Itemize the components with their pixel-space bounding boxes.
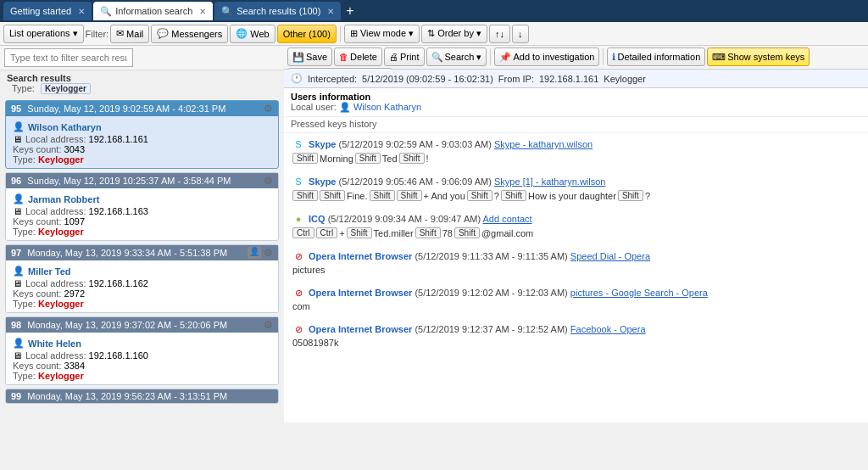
result-item-97[interactable]: 97 Monday, May 13, 2019 9:33:34 AM - 5:5… xyxy=(5,244,279,313)
tab-getting-started-close[interactable]: ✕ xyxy=(78,7,85,16)
view-mode-button[interactable]: ⊞ View mode ▾ xyxy=(344,25,420,43)
log-time-3: (5/12/2019 9:11:33 AM - 9:11:35 AM) xyxy=(415,251,570,261)
log-app-5: Opera Internet Browser xyxy=(309,324,412,334)
delete-button[interactable]: 🗑 Delete xyxy=(334,48,382,66)
result-num-98: 98 Monday, May 13, 2019 9:37:02 AM - 5:2… xyxy=(11,320,227,330)
tab-information-search-close[interactable]: ✕ xyxy=(199,7,206,16)
print-button[interactable]: 🖨 Print xyxy=(384,48,425,66)
log-title-2[interactable]: Add contact xyxy=(483,214,532,224)
log-app-0: Skype xyxy=(309,139,336,149)
key-shift-0b: Shift xyxy=(355,153,381,164)
mail-button[interactable]: ✉ Mail xyxy=(110,25,149,43)
log-title-1[interactable]: Skype [1] - katharyn.wilson xyxy=(494,176,605,187)
search-button[interactable]: 🔍 Search ▾ xyxy=(426,48,487,66)
tab-search-results-close[interactable]: ✕ xyxy=(327,7,334,16)
result-num-97: 97 Monday, May 13, 2019 9:33:34 AM - 5:5… xyxy=(11,248,227,258)
local-addr-row-95: 🖥 Local address: 192.168.1.161 xyxy=(13,134,271,144)
tab-search-results-label: Search results (100) xyxy=(236,6,320,16)
result-num-99: 99 Monday, May 13, 2019 9:56:23 AM - 3:1… xyxy=(11,391,227,401)
key-1g: Shift xyxy=(618,190,643,201)
content-area[interactable]: S Skype (5/12/2019 9:02:59 AM - 9:03:03 … xyxy=(284,133,868,422)
result-item-98[interactable]: 98 Monday, May 13, 2019 9:37:02 AM - 5:2… xyxy=(5,316,279,385)
toolbar-separator1 xyxy=(340,25,341,42)
messengers-icon: 💬 xyxy=(157,28,169,39)
tab-getting-started[interactable]: Getting started ✕ xyxy=(3,2,92,20)
list-operations-button[interactable]: List operations ▾ xyxy=(3,25,84,43)
show-system-keys-icon: ⌨ xyxy=(712,52,726,63)
key-1c: Shift xyxy=(370,190,395,201)
gear-icon-96[interactable]: ⚙ xyxy=(264,175,273,187)
monitor-icon-95: 🖥 xyxy=(13,134,22,144)
log-title-5[interactable]: Facebook - Opera xyxy=(570,324,646,334)
result-item-96[interactable]: 96 Sunday, May 12, 2019 10:25:37 AM - 3:… xyxy=(5,172,279,241)
result-name-95[interactable]: 👤 Wilson Katharyn xyxy=(13,121,271,132)
messengers-button[interactable]: 💬 Messengers xyxy=(151,25,228,43)
tab-information-search-icon: 🔍 xyxy=(100,6,112,17)
key-2b: Ctrl xyxy=(316,227,338,238)
sort-desc-icon: ↓ xyxy=(518,29,523,39)
tab-search-results[interactable]: 🔍 Search results (100) ✕ xyxy=(214,2,341,20)
log-title-3[interactable]: Speed Dial - Opera xyxy=(570,251,650,261)
right-toolbar: 💾 Save 🗑 Delete 🖨 Print 🔍 Search ▾ 📌 Add… xyxy=(284,46,868,70)
results-list[interactable]: 95 Sunday, May 12, 2019 9:02:59 AM - 4:0… xyxy=(0,97,284,422)
save-icon: 💾 xyxy=(292,52,304,63)
intercepted-label: Intercepted: xyxy=(308,74,357,84)
keys-count-97: Keys count: 2972 xyxy=(13,288,271,299)
log-entry-2: ● ICQ (5/12/2019 9:09:34 AM - 9:09:47 AM… xyxy=(292,213,860,238)
tab-search-results-icon: 🔍 xyxy=(221,6,233,17)
log-content-4: com xyxy=(292,301,860,311)
log-text-2a: + xyxy=(339,228,344,238)
opera-icon-5: ⊘ xyxy=(292,323,304,335)
gear-icon-97[interactable]: ⚙ xyxy=(264,247,273,259)
tab-information-search[interactable]: 🔍 Information search ✕ xyxy=(93,2,213,20)
local-user-link[interactable]: Wilson Katharyn xyxy=(353,102,421,112)
filter-input[interactable] xyxy=(4,48,133,67)
show-system-keys-label: Show system keys xyxy=(727,52,804,62)
other-button[interactable]: Other (100) xyxy=(277,25,337,43)
type-97: Type: Keylogger xyxy=(13,299,271,309)
log-time-1: (5/12/2019 9:05:46 AM - 9:06:09 AM) xyxy=(339,176,494,187)
log-app-1: Skype xyxy=(309,176,336,187)
log-header-4: ⊘ Opera Internet Browser (5/12/2019 9:12… xyxy=(292,287,860,299)
log-title-4[interactable]: pictures - Google Search - Opera xyxy=(570,288,708,298)
save-button[interactable]: 💾 Save xyxy=(287,48,332,66)
sort-desc-button[interactable]: ↓ xyxy=(512,25,529,43)
list-operations-label: List operations ▾ xyxy=(9,28,78,39)
log-header-3: ⊘ Opera Internet Browser (5/12/2019 9:11… xyxy=(292,250,860,262)
key-1d: Shift xyxy=(397,190,422,201)
log-text-5a: 05081987k xyxy=(292,338,338,348)
intercepted-time: 5/12/2019 (09:02:59 - 16:02:31) xyxy=(362,74,493,84)
sort-asc-button[interactable]: ↑↓ xyxy=(489,25,510,43)
result-name-97[interactable]: 👤 Miller Ted xyxy=(13,266,271,277)
show-system-keys-button[interactable]: ⌨ Show system keys xyxy=(707,48,810,66)
log-text-2c: 78 xyxy=(442,228,453,238)
log-text-1d: How is your daughter xyxy=(528,191,616,201)
gear-icon-98[interactable]: ⚙ xyxy=(264,319,273,331)
order-by-button[interactable]: ⇅ Order by ▾ xyxy=(421,25,487,43)
result-name-96[interactable]: 👤 Jarman Robbert xyxy=(13,193,271,204)
left-panel: Search results Type: Keylogger 95 Sunday… xyxy=(0,46,284,422)
opera-icon-3: ⊘ xyxy=(292,250,304,262)
gear-icon-95[interactable]: ⚙ xyxy=(264,103,273,115)
mail-label: Mail xyxy=(126,29,143,39)
users-info-label: Users information xyxy=(291,92,370,102)
log-text-3a: pictures xyxy=(292,265,326,275)
web-icon: 🌐 xyxy=(236,28,248,39)
opera-icon-4: ⊘ xyxy=(292,287,304,299)
add-tab-button[interactable]: + xyxy=(342,3,357,19)
detailed-info-button[interactable]: ℹ Detailed information xyxy=(607,48,705,66)
search-icon: 🔍 xyxy=(431,52,443,63)
title-bar: Getting started ✕ 🔍 Information search ✕… xyxy=(0,0,868,22)
result-item-99[interactable]: 99 Monday, May 13, 2019 9:56:23 AM - 3:1… xyxy=(5,389,279,404)
log-entry-1: S Skype (5/12/2019 9:05:46 AM - 9:06:09 … xyxy=(292,176,860,201)
log-text-0c: ! xyxy=(426,154,429,164)
log-text-1a: Fine. xyxy=(347,191,367,201)
mail-icon: ✉ xyxy=(116,28,124,39)
log-title-0[interactable]: Skype - katharyn.wilson xyxy=(494,139,593,149)
add-to-investigation-button[interactable]: 📌 Add to investigation xyxy=(494,48,599,66)
web-button[interactable]: 🌐 Web xyxy=(230,25,275,43)
save-label: Save xyxy=(306,52,327,62)
print-label: Print xyxy=(400,52,420,62)
result-item-95[interactable]: 95 Sunday, May 12, 2019 9:02:59 AM - 4:0… xyxy=(5,100,279,169)
result-name-98[interactable]: 👤 White Helen xyxy=(13,338,271,349)
